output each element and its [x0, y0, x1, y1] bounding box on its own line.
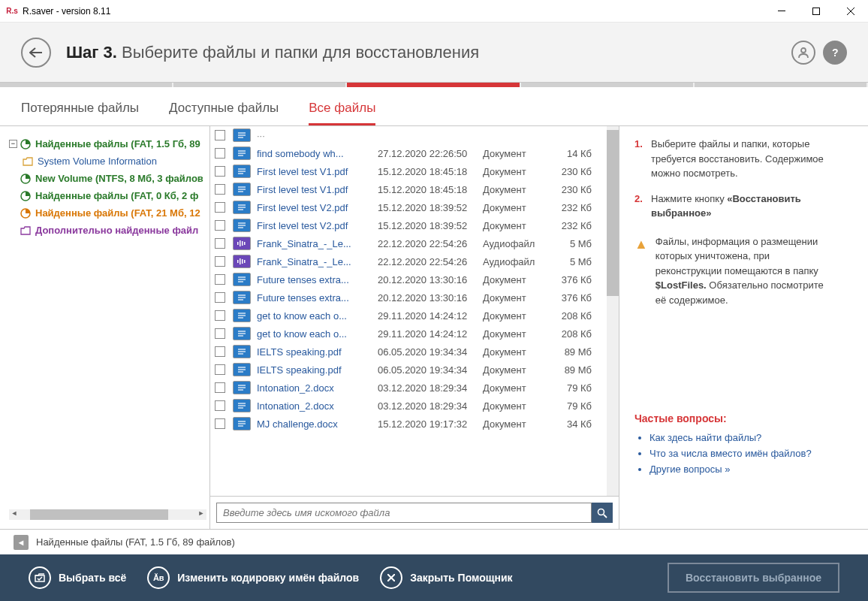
tree-item[interactable]: Найденные файлы (FAT, 0 Кб, 2 ф — [9, 187, 206, 204]
user-icon[interactable] — [791, 41, 815, 65]
search-input[interactable] — [216, 503, 592, 523]
file-size: 208 Кб — [550, 310, 592, 322]
tab-available[interactable]: Доступные файлы — [169, 101, 279, 125]
file-name: Intonation_2.docx — [257, 400, 373, 412]
restore-button[interactable]: Восстановить выбранное — [668, 563, 839, 593]
file-date: 20.12.2020 13:30:16 — [378, 292, 483, 304]
faq-link[interactable]: Другие вопросы » — [649, 464, 830, 475]
checkbox[interactable] — [215, 220, 225, 231]
svg-rect-1 — [813, 8, 820, 14]
checkbox[interactable] — [215, 184, 225, 195]
doc-icon — [233, 165, 251, 178]
scrollbar-horizontal[interactable]: ◄► — [9, 509, 206, 520]
faq-link[interactable]: Что за числа вместо имён файлов? — [649, 448, 830, 459]
select-all-button[interactable]: Выбрать всё — [29, 566, 126, 589]
file-row[interactable]: IELTS speaking.pdf06.05.2020 19:34:34Док… — [210, 343, 607, 361]
faq-heading: Частые вопросы: — [634, 412, 830, 424]
tab-lost[interactable]: Потерянные файлы — [21, 101, 139, 125]
file-size: 232 Кб — [550, 220, 592, 231]
checkbox[interactable] — [215, 148, 225, 159]
file-type: Документ — [483, 184, 550, 195]
file-date: 06.05.2020 19:34:34 — [378, 364, 483, 376]
tree-item[interactable]: Дополнительно найденные файл — [9, 222, 206, 239]
file-size: 14 Кб — [550, 148, 592, 159]
tree-item[interactable]: Найденные файлы (FAT, 21 Мб, 12 — [9, 204, 206, 222]
file-row[interactable]: Intonation_2.docx03.12.2020 18:29:34Доку… — [210, 397, 607, 415]
titlebar: R.s R.saver - version 8.11 — [0, 0, 868, 23]
svg-text:?: ? — [832, 47, 839, 59]
close-assistant-button[interactable]: Закрыть Помощник — [380, 566, 512, 589]
file-row[interactable]: Future tenses extra...20.12.2020 13:30:1… — [210, 288, 607, 307]
file-row[interactable]: Intonation_2.docx03.12.2020 18:29:34Доку… — [210, 379, 607, 397]
file-row[interactable]: MJ challenge.docx15.12.2020 19:17:32Доку… — [210, 415, 607, 433]
file-row[interactable]: First level test V1.pdf15.12.2020 18:45:… — [210, 162, 607, 180]
file-date: 15.12.2020 18:39:52 — [378, 202, 483, 213]
tree-label: System Volume Information — [38, 156, 157, 167]
file-row[interactable]: Frank_Sinatra_-_Le...22.12.2020 22:54:26… — [210, 234, 607, 252]
checkbox[interactable] — [215, 256, 225, 267]
file-name: Frank_Sinatra_-_Le... — [257, 256, 373, 267]
scrollbar-vertical[interactable] — [607, 126, 619, 496]
tree-item[interactable]: New Volume (NTFS, 8 Мб, 3 файлов — [9, 170, 206, 187]
file-type: Документ — [483, 382, 550, 394]
encoding-button[interactable]: Ăв Изменить кодировку имён файлов — [147, 566, 359, 589]
file-row[interactable]: First level test V2.pdf15.12.2020 18:39:… — [210, 216, 607, 234]
file-date: 22.12.2020 22:54:26 — [378, 238, 483, 249]
tree-toggle[interactable]: − — [9, 140, 17, 148]
checkbox[interactable] — [215, 364, 225, 375]
checkbox[interactable] — [215, 382, 225, 393]
checkbox[interactable] — [215, 346, 225, 357]
search-button[interactable] — [592, 503, 613, 523]
file-size: 79 Кб — [550, 382, 592, 394]
checkbox[interactable] — [215, 238, 225, 249]
file-type: Документ — [483, 364, 550, 376]
file-row[interactable]: get to know each o...29.11.2020 14:24:12… — [210, 325, 607, 343]
minimize-button[interactable] — [764, 0, 799, 23]
file-row[interactable]: IELTS speaking.pdf06.05.2020 19:34:34Док… — [210, 361, 607, 379]
checkbox[interactable] — [215, 400, 225, 411]
tree-item[interactable]: −Найденные файлы (FAT, 1.5 Гб, 89 — [9, 135, 206, 153]
file-date: 20.12.2020 13:30:16 — [378, 274, 483, 285]
file-type: Документ — [483, 166, 550, 177]
file-row[interactable]: First level test V2.pdf15.12.2020 18:39:… — [210, 198, 607, 216]
tree-item[interactable]: System Volume Information — [9, 153, 206, 170]
checkbox[interactable] — [215, 202, 225, 213]
encoding-icon: Ăв — [147, 566, 170, 589]
checkbox[interactable] — [215, 166, 225, 177]
window-title: R.saver - version 8.11 — [23, 6, 110, 17]
tree-label: New Volume (NTFS, 8 Мб, 3 файлов — [35, 173, 203, 184]
help-icon[interactable]: ? — [823, 41, 847, 65]
close-button[interactable] — [833, 0, 868, 23]
warning-icon: ▲ — [634, 234, 648, 308]
file-row[interactable]: Frank_Sinatra_-_Le...22.12.2020 22:54:26… — [210, 252, 607, 270]
file-type: Документ — [483, 418, 550, 430]
checkbox[interactable] — [215, 418, 225, 429]
maximize-button[interactable] — [799, 0, 833, 23]
checkbox[interactable] — [215, 328, 225, 339]
file-name: Future tenses extra... — [257, 274, 373, 285]
file-name: First level test V2.pdf — [257, 202, 373, 213]
file-type: Документ — [483, 220, 550, 231]
doc-icon — [233, 146, 251, 160]
checkbox[interactable] — [215, 130, 225, 140]
folder-tree: −Найденные файлы (FAT, 1.5 Гб, 89System … — [0, 126, 210, 529]
check-folder-icon — [29, 566, 51, 589]
file-type: Документ — [483, 400, 550, 412]
file-row[interactable]: get to know each o...29.11.2020 14:24:12… — [210, 307, 607, 325]
file-row[interactable]: ··· — [210, 126, 607, 144]
tree-label: Найденные файлы (FAT, 21 Мб, 12 — [35, 207, 200, 219]
back-button[interactable] — [21, 38, 51, 68]
checkbox[interactable] — [215, 292, 225, 303]
breadcrumb-back[interactable]: ◄ — [14, 535, 29, 550]
file-row[interactable]: Future tenses extra...20.12.2020 13:30:1… — [210, 270, 607, 288]
file-row[interactable]: First level test V1.pdf15.12.2020 18:45:… — [210, 180, 607, 198]
file-date: 15.12.2020 18:39:52 — [378, 220, 483, 231]
checkbox[interactable] — [215, 274, 225, 285]
file-row[interactable]: find somebody wh...27.12.2020 22:26:50До… — [210, 144, 607, 162]
faq-link[interactable]: Как здесь найти файлы? — [649, 432, 830, 443]
doc-icon — [233, 309, 251, 322]
checkbox[interactable] — [215, 310, 225, 321]
tab-all[interactable]: Все файлы — [309, 101, 375, 125]
header: Шаг 3. Выберите файлы и папки для восста… — [0, 23, 868, 83]
doc-icon — [233, 219, 251, 232]
